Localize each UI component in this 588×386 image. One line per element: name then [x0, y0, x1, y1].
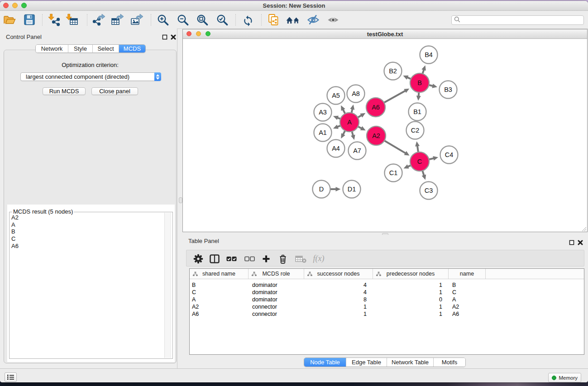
graph-node-B1[interactable]: B1 — [409, 103, 426, 121]
criterion-dropdown[interactable]: largest connected component (directed) — [20, 72, 161, 81]
export-image-icon[interactable] — [130, 13, 144, 27]
mcds-result-list[interactable]: A2ABCA6 — [10, 214, 165, 358]
tab-edge-table[interactable]: Edge Table — [346, 358, 387, 367]
graph-node-A1[interactable]: A1 — [314, 124, 332, 142]
graph-node-B4[interactable]: B4 — [420, 46, 438, 64]
svg-text:A2: A2 — [372, 132, 380, 139]
column-header-successor-nodes[interactable]: successor nodes — [304, 269, 373, 279]
open-session-icon[interactable] — [3, 13, 16, 27]
graph-node-C3[interactable]: C3 — [420, 182, 438, 200]
show-panels-button[interactable] — [5, 372, 17, 382]
result-list-item[interactable]: A6 — [11, 243, 165, 250]
toolbar-separator — [42, 14, 43, 26]
split-columns-icon[interactable] — [208, 250, 221, 267]
tab-style[interactable]: Style — [68, 45, 93, 52]
delete-icon[interactable] — [276, 250, 290, 267]
table-row[interactable]: Adominator80A — [190, 296, 584, 303]
zoom-selected-icon[interactable] — [215, 13, 229, 27]
mcds-tab-content: Optimization criterion: largest connecte… — [4, 50, 177, 363]
clear-all-checks-icon[interactable] — [243, 250, 256, 267]
svg-text:B3: B3 — [444, 86, 452, 93]
table-cell: 1 — [304, 310, 373, 318]
vertical-splitter-handle[interactable] — [179, 197, 182, 203]
import-network-icon[interactable] — [48, 13, 61, 27]
graph-node-A3[interactable]: A3 — [314, 104, 332, 121]
export-network-icon[interactable] — [92, 13, 106, 27]
column-type-icon — [252, 272, 257, 278]
desktop-wallpaper — [0, 382, 588, 386]
table-cell: 1 — [373, 289, 449, 296]
table-row[interactable]: A2connector11A2 — [190, 303, 584, 310]
graph-node-D[interactable]: D — [313, 181, 330, 198]
result-list-item[interactable]: A2 — [11, 214, 165, 221]
table-close-panel-icon[interactable] — [578, 239, 583, 244]
column-header-MCDS-role[interactable]: MCDS role — [249, 269, 304, 279]
tab-motifs[interactable]: Motifs — [434, 358, 465, 367]
select-all-checks-icon[interactable] — [225, 250, 238, 267]
result-list-item[interactable]: A — [11, 221, 165, 229]
mcds-result-groupbox: MCDS result (5 nodes) A2ABCA6 — [9, 212, 173, 359]
zoom-out-icon[interactable] — [176, 13, 190, 27]
graph-node-B[interactable]: B — [410, 73, 429, 92]
table-float-panel-icon[interactable] — [569, 239, 574, 244]
graph-node-A4[interactable]: A4 — [327, 140, 345, 157]
graph-node-C4[interactable]: C4 — [440, 146, 458, 164]
run-mcds-button[interactable]: Run MCDS — [43, 87, 86, 95]
zoom-in-icon[interactable] — [156, 13, 170, 27]
graph-node-A8[interactable]: A8 — [347, 85, 365, 103]
column-header-name[interactable]: name — [449, 269, 486, 279]
tab-network[interactable]: Network — [36, 45, 68, 52]
tab-select[interactable]: Select — [93, 45, 119, 52]
tab-network-table[interactable]: Network Table — [387, 358, 434, 367]
memory-button[interactable]: Memory — [548, 373, 581, 382]
save-session-icon[interactable] — [23, 13, 36, 27]
table-row[interactable]: Bdominator41B — [190, 281, 584, 289]
function-builder-icon: f(x) — [312, 250, 325, 267]
svg-text:D1: D1 — [348, 186, 356, 193]
graph-node-A2[interactable]: A2 — [367, 126, 386, 145]
graph-node-D1[interactable]: D1 — [343, 181, 361, 198]
graph-node-B2[interactable]: B2 — [384, 62, 402, 80]
search-field[interactable] — [451, 15, 584, 25]
graph-node-C1[interactable]: C1 — [385, 164, 402, 182]
export-table-icon[interactable] — [111, 13, 124, 27]
tab-node-table[interactable]: Node Table — [304, 358, 346, 367]
graph-node-C[interactable]: C — [410, 152, 429, 171]
zoom-fit-icon[interactable] — [196, 13, 209, 27]
close-panel-icon[interactable] — [171, 33, 176, 39]
criterion-value: largest connected component (directed) — [26, 73, 129, 80]
table-cell: 1 — [373, 310, 449, 318]
svg-text:D: D — [319, 186, 324, 193]
table-row[interactable]: Cdominator41C — [190, 289, 584, 296]
graph-node-A7[interactable]: A7 — [349, 142, 366, 160]
import-table-icon[interactable] — [65, 13, 79, 27]
column-header-shared-name[interactable]: shared name — [190, 269, 249, 279]
graph-node-A[interactable]: A — [340, 113, 359, 132]
result-list-item[interactable]: C — [11, 235, 165, 243]
svg-text:A3: A3 — [319, 109, 327, 116]
control-panel-title: Control Panel — [6, 33, 42, 40]
hide-details-icon[interactable] — [306, 13, 320, 27]
settings-icon[interactable] — [191, 250, 205, 267]
graph-node-B3[interactable]: B3 — [440, 81, 457, 99]
table-row[interactable]: A6connector11A6 — [190, 310, 584, 318]
graph-node-A5[interactable]: A5 — [327, 87, 345, 105]
add-icon[interactable] — [259, 250, 273, 267]
close-panel-button[interactable]: Close panel — [91, 87, 138, 95]
show-details-icon[interactable] — [326, 13, 340, 27]
tab-mcds[interactable]: MCDS — [119, 45, 145, 52]
table-cell: 1 — [373, 281, 449, 289]
table-cell: 1 — [304, 303, 373, 310]
graph-node-C2[interactable]: C2 — [406, 122, 424, 139]
result-list-scrollbar[interactable] — [164, 213, 171, 358]
graph-node-A6[interactable]: A6 — [366, 98, 385, 117]
result-list-item[interactable]: B — [11, 228, 165, 235]
refresh-icon[interactable] — [241, 13, 255, 27]
show-all-networks-icon[interactable] — [286, 13, 300, 27]
float-panel-icon[interactable] — [162, 33, 167, 39]
clone-network-icon[interactable] — [267, 13, 280, 27]
main-toolbar — [0, 11, 588, 29]
resize-grip-icon[interactable] — [581, 225, 587, 231]
network-canvas[interactable]: B4B2BB3A5A8A6A3B1AA1C2A2A4A7C4CC1C3DD1 — [183, 39, 587, 231]
column-header-predecessor-nodes[interactable]: predecessor nodes — [373, 269, 449, 279]
